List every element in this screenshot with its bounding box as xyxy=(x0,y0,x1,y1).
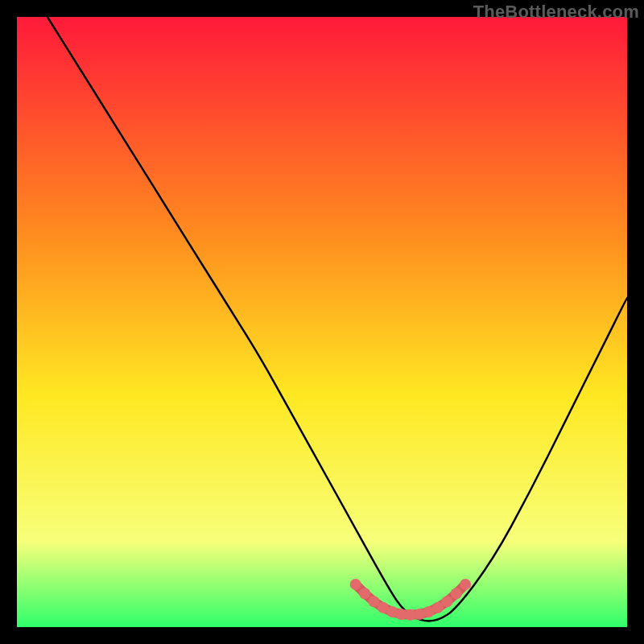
marker-dot xyxy=(350,579,361,590)
gradient-background xyxy=(17,17,627,627)
marker-dot xyxy=(368,596,379,607)
marker-dot xyxy=(359,588,370,599)
marker-dot xyxy=(432,602,444,613)
plot-area xyxy=(17,17,627,627)
marker-dot xyxy=(451,588,462,599)
marker-dot xyxy=(460,579,471,590)
chart-frame: TheBottleneck.com xyxy=(0,0,644,644)
chart-svg xyxy=(17,17,627,627)
marker-dot xyxy=(441,596,452,607)
watermark-text: TheBottleneck.com xyxy=(473,2,639,23)
